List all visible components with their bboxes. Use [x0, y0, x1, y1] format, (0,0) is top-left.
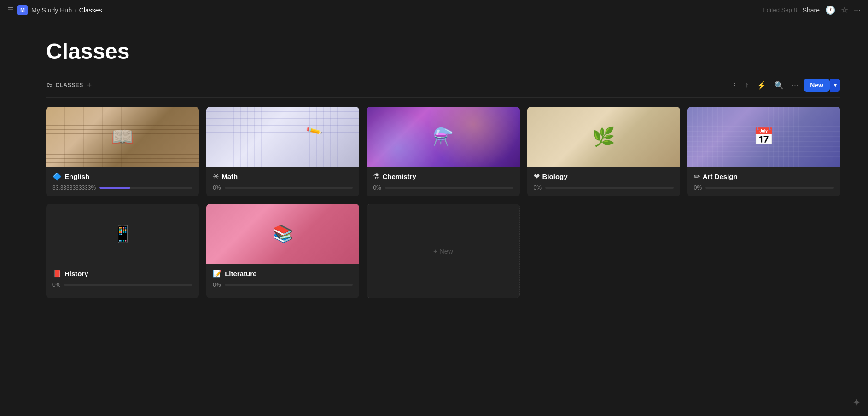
progress-bar-bg-biology: [545, 187, 674, 189]
card-title-artdesign: Art Design: [703, 173, 738, 180]
card-image-history: [46, 204, 199, 264]
breadcrumb-current: Classes: [79, 6, 102, 14]
card-progress-artdesign: 0%: [694, 185, 834, 191]
card-body-biology: ❤ Biology 0%: [527, 167, 680, 196]
card-english[interactable]: 🔷 English 33.3333333333%: [46, 107, 199, 196]
progress-bar-bg-history: [64, 284, 192, 286]
card-progress-literature: 0%: [213, 282, 353, 288]
card-artdesign[interactable]: ✏ Art Design 0%: [687, 107, 840, 196]
card-icon-artdesign: ✏: [694, 172, 700, 181]
toolbar-right: ⫶ ↕ ⚡ 🔍 ··· New ▾: [730, 79, 840, 92]
progress-bar-bg-english: [99, 187, 192, 189]
card-title-row: ✏ Art Design: [694, 172, 834, 181]
card-grid-row2: 📕 History 0% 📝 Literature 0%: [46, 204, 840, 298]
topbar-right: Edited Sep 8 Share 🕐 ☆ ···: [763, 5, 861, 15]
card-progress-history: 0%: [52, 282, 192, 288]
card-grid-row1: 🔷 English 33.3333333333% ✳ Math 0%: [46, 107, 840, 196]
card-body-english: 🔷 English 33.3333333333%: [46, 167, 199, 196]
topbar-left: ☰ M My Study Hub / Classes: [7, 5, 102, 15]
card-body-artdesign: ✏ Art Design 0%: [687, 167, 840, 196]
more-icon[interactable]: ···: [854, 5, 861, 15]
sort-button[interactable]: ↕: [742, 79, 751, 91]
progress-bar-bg-literature: [225, 284, 353, 286]
card-title-row: 📝 Literature: [213, 269, 353, 278]
card-history[interactable]: 📕 History 0%: [46, 204, 199, 298]
card-body-math: ✳ Math 0%: [206, 167, 359, 196]
star-icon[interactable]: ☆: [841, 5, 848, 15]
card-title-chemistry: Chemistry: [382, 173, 416, 180]
card-image-artdesign: [687, 107, 840, 167]
topbar: ☰ M My Study Hub / Classes Edited Sep 8 …: [0, 0, 868, 20]
hamburger-icon[interactable]: ☰: [7, 6, 14, 14]
content-area: Classes 🗂 CLASSES + ⫶ ↕ ⚡ 🔍 ··· New ▾: [0, 20, 868, 317]
new-button[interactable]: New: [804, 79, 830, 92]
card-percent-chemistry: 0%: [373, 185, 381, 191]
card-literature[interactable]: 📝 Literature 0%: [206, 204, 359, 298]
share-button[interactable]: Share: [803, 6, 820, 14]
workspace-logo: M: [17, 5, 28, 15]
toolbar: 🗂 CLASSES + ⫶ ↕ ⚡ 🔍 ··· New ▾: [46, 79, 840, 98]
filter-button[interactable]: ⫶: [730, 79, 740, 91]
edited-label: Edited Sep 8: [763, 6, 797, 13]
page-title: Classes: [46, 39, 840, 64]
card-title-row: ❤ Biology: [534, 172, 674, 181]
sparkle-button[interactable]: ✦: [852, 397, 861, 409]
card-title-math: Math: [221, 173, 238, 180]
progress-bar-bg-math: [225, 187, 353, 189]
card-icon-chemistry: ⚗: [373, 172, 379, 181]
toolbar-more-button[interactable]: ···: [789, 79, 801, 91]
card-title-history: History: [64, 270, 88, 277]
card-percent-literature: 0%: [213, 282, 221, 288]
card-title-row: ⚗ Chemistry: [373, 172, 513, 181]
add-class-button[interactable]: +: [87, 81, 92, 89]
new-card-placeholder[interactable]: + New: [367, 204, 519, 298]
progress-bar-fill-english: [99, 187, 130, 189]
card-chemistry[interactable]: ⚗ Chemistry 0%: [367, 107, 519, 196]
card-title-row: ✳ Math: [213, 172, 353, 181]
card-icon-history: 📕: [52, 269, 62, 278]
card-image-biology: [527, 107, 680, 167]
card-body-history: 📕 History 0%: [46, 264, 199, 294]
card-icon-literature: 📝: [213, 269, 222, 278]
card-image-chemistry: [367, 107, 519, 167]
card-title-biology: Biology: [542, 173, 568, 180]
card-title-row: 📕 History: [52, 269, 192, 278]
history-icon[interactable]: 🕐: [825, 5, 835, 15]
new-dropdown-button[interactable]: ▾: [830, 79, 840, 92]
card-image-english: [46, 107, 199, 167]
card-percent-history: 0%: [52, 282, 60, 288]
card-biology[interactable]: ❤ Biology 0%: [527, 107, 680, 196]
card-title-literature: Literature: [225, 270, 256, 277]
breadcrumb: My Study Hub / Classes: [31, 6, 102, 14]
card-percent-biology: 0%: [534, 185, 542, 191]
progress-bar-bg-artdesign: [705, 187, 834, 189]
card-progress-math: 0%: [213, 185, 353, 191]
card-progress-chemistry: 0%: [373, 185, 513, 191]
search-button[interactable]: 🔍: [772, 79, 786, 92]
classes-icon: 🗂: [46, 81, 53, 89]
card-math[interactable]: ✳ Math 0%: [206, 107, 359, 196]
card-icon-english: 🔷: [52, 172, 62, 181]
toolbar-left: 🗂 CLASSES +: [46, 81, 92, 89]
card-progress-english: 33.3333333333%: [52, 185, 192, 191]
card-percent-english: 33.3333333333%: [52, 185, 96, 191]
progress-bar-bg-chemistry: [385, 187, 513, 189]
card-body-literature: 📝 Literature 0%: [206, 264, 359, 294]
breadcrumb-separator: /: [75, 6, 76, 14]
card-progress-biology: 0%: [534, 185, 674, 191]
card-percent-math: 0%: [213, 185, 221, 191]
new-button-group: New ▾: [804, 79, 840, 92]
card-image-literature: [206, 204, 359, 264]
workspace-name[interactable]: My Study Hub: [31, 6, 72, 14]
card-title-row: 🔷 English: [52, 172, 192, 181]
classes-section-label: 🗂 CLASSES: [46, 81, 83, 89]
card-title-english: English: [64, 173, 89, 180]
card-percent-artdesign: 0%: [694, 185, 702, 191]
main: Classes 🗂 CLASSES + ⫶ ↕ ⚡ 🔍 ··· New ▾: [0, 0, 868, 317]
lightning-button[interactable]: ⚡: [754, 79, 769, 92]
card-body-chemistry: ⚗ Chemistry 0%: [367, 167, 519, 196]
card-icon-math: ✳: [213, 172, 219, 181]
card-image-math: [206, 107, 359, 167]
card-icon-biology: ❤: [534, 172, 540, 181]
